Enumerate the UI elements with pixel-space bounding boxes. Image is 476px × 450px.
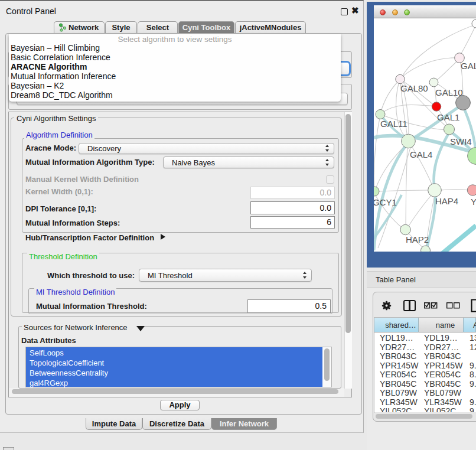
svg-text:GAL1: GAL1 <box>437 112 459 122</box>
svg-text:HAP4: HAP4 <box>435 196 458 206</box>
svg-text:Y: Y <box>471 197 476 207</box>
svg-text:GCY1: GCY1 <box>374 197 397 207</box>
svg-text:GAL4: GAL4 <box>410 149 432 159</box>
svg-text:GAL7: GAL7 <box>461 61 476 71</box>
svg-text:HAP2: HAP2 <box>406 234 429 244</box>
svg-text:GAL10: GAL10 <box>435 87 463 97</box>
svg-text:GAL80: GAL80 <box>400 83 428 93</box>
svg-text:GAL11: GAL11 <box>380 119 407 129</box>
svg-text:SWI4: SWI4 <box>450 136 472 146</box>
